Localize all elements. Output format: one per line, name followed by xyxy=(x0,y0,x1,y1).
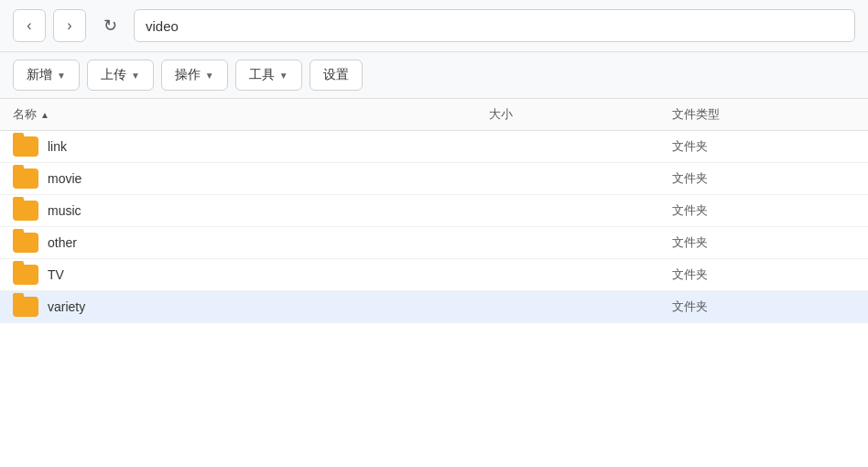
folder-icon xyxy=(13,233,38,253)
settings-button[interactable]: 设置 xyxy=(309,60,363,91)
settings-label: 设置 xyxy=(323,67,349,83)
back-icon: ‹ xyxy=(27,17,31,34)
file-name-text: TV xyxy=(48,267,64,282)
table-row[interactable]: link 文件夹 xyxy=(0,131,868,163)
upload-dropdown-icon: ▼ xyxy=(131,71,140,81)
table-row[interactable]: movie 文件夹 xyxy=(0,163,868,195)
file-name-text: music xyxy=(48,203,81,218)
new-button[interactable]: 新增 ▼ xyxy=(13,60,80,91)
upload-button[interactable]: 上传 ▼ xyxy=(87,60,154,91)
table-row[interactable]: variety 文件夹 xyxy=(0,291,868,323)
folder-icon xyxy=(13,201,38,221)
folder-icon xyxy=(13,136,38,157)
file-type: 文件夹 xyxy=(672,266,855,283)
table-row[interactable]: music 文件夹 xyxy=(0,195,868,227)
table-row[interactable]: TV 文件夹 xyxy=(0,259,868,291)
address-bar[interactable] xyxy=(134,9,855,42)
col-header-size: 大小 xyxy=(489,106,672,123)
tools-dropdown-icon: ▼ xyxy=(279,71,288,81)
file-name-text: movie xyxy=(48,171,81,186)
col-header-type: 文件类型 xyxy=(672,106,855,123)
tools-label: 工具 xyxy=(249,67,275,83)
actions-label: 操作 xyxy=(175,67,201,83)
forward-icon: › xyxy=(67,17,71,34)
toolbar: 新增 ▼ 上传 ▼ 操作 ▼ 工具 ▼ 设置 xyxy=(0,52,868,99)
file-type: 文件夹 xyxy=(672,138,855,155)
folder-icon xyxy=(13,265,38,285)
file-name-text: link xyxy=(48,139,67,154)
nav-bar: ‹ › ↻ xyxy=(0,0,868,52)
actions-button[interactable]: 操作 ▼ xyxy=(161,60,228,91)
file-name-cell: link xyxy=(13,136,489,157)
file-type: 文件夹 xyxy=(672,170,855,187)
file-name-cell: movie xyxy=(13,168,489,189)
file-name-cell: TV xyxy=(13,265,489,285)
upload-label: 上传 xyxy=(101,67,126,83)
file-type: 文件夹 xyxy=(672,234,855,251)
file-name-cell: music xyxy=(13,201,489,221)
actions-dropdown-icon: ▼ xyxy=(205,71,214,81)
file-name-cell: variety xyxy=(13,297,489,317)
file-name-text: other xyxy=(48,235,77,250)
folder-icon xyxy=(13,297,38,317)
col-header-name: 名称 ▲ xyxy=(13,106,489,123)
back-button[interactable]: ‹ xyxy=(13,9,46,42)
table-row[interactable]: other 文件夹 xyxy=(0,227,868,259)
forward-button[interactable]: › xyxy=(53,9,86,42)
folder-icon xyxy=(13,168,38,189)
tools-button[interactable]: 工具 ▼ xyxy=(235,60,302,91)
new-label: 新增 xyxy=(27,67,52,83)
file-list-header: 名称 ▲ 大小 文件类型 xyxy=(0,99,868,131)
sort-icon: ▲ xyxy=(40,110,49,120)
file-rows-container: link 文件夹 movie 文件夹 music 文件夹 other xyxy=(0,131,868,323)
file-name-cell: other xyxy=(13,233,489,253)
new-dropdown-icon: ▼ xyxy=(57,71,66,81)
app-container: ‹ › ↻ 新增 ▼ 上传 ▼ 操作 ▼ 工具 ▼ 设置 xyxy=(0,0,868,467)
refresh-button[interactable]: ↻ xyxy=(93,9,126,42)
file-type: 文件夹 xyxy=(672,299,855,315)
file-list: 名称 ▲ 大小 文件类型 link 文件夹 movie 文件夹 xyxy=(0,99,868,467)
refresh-icon: ↻ xyxy=(103,16,117,36)
file-name-text: variety xyxy=(48,299,85,314)
file-type: 文件夹 xyxy=(672,202,855,219)
